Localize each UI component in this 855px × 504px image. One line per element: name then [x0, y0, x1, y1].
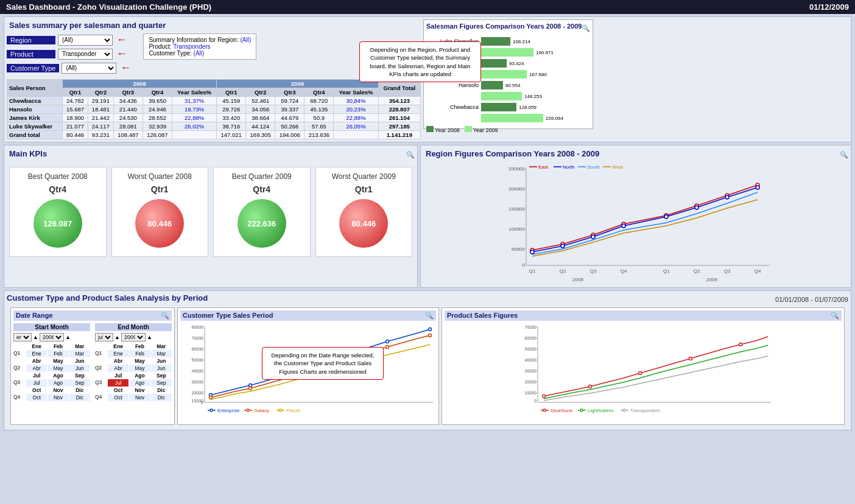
customer-select[interactable]: (All) Enterprise Galaxy Planet	[62, 63, 116, 74]
bar-2009-value: 167.680	[529, 72, 547, 77]
end-year-select[interactable]: 20092008	[121, 333, 146, 341]
start-cal-nov[interactable]: Nov	[47, 394, 68, 401]
customer-panel-title: Customer Type Sales Period 🔍	[180, 310, 436, 321]
svg-text:30000: 30000	[525, 369, 537, 373]
filters-panel: Region (All) East North South West ← Pro…	[7, 33, 131, 75]
sum-product-label: Product:	[149, 43, 171, 50]
start-cal-sep[interactable]: Sep	[69, 379, 90, 387]
comparison-bar-row-2009: 190.971	[426, 48, 590, 57]
comparison-bar-row: Hansolo 80.554	[426, 81, 590, 89]
svg-text:Transponders: Transponders	[630, 408, 660, 413]
svg-point-98	[580, 409, 583, 411]
svg-text:150000: 150000	[508, 206, 525, 212]
end-cal-nov[interactable]: Nov	[129, 394, 150, 401]
svg-point-95	[543, 409, 546, 411]
bar-container-2009: 148.253	[481, 92, 542, 100]
end-cal-jun[interactable]: Jun	[151, 365, 172, 372]
customer-type-icon[interactable]: 🔍	[425, 312, 434, 320]
col-q3-08: Qtr3	[113, 88, 142, 97]
svg-text:Q4: Q4	[755, 268, 761, 274]
summary-box: Summary Information for Region: (All) Pr…	[143, 33, 256, 60]
start-cal-jul[interactable]: Jul	[26, 379, 47, 387]
start-cal-oct[interactable]: Oct	[26, 394, 47, 401]
col-q4-09: Qtr4	[304, 88, 334, 97]
bar-2009	[481, 48, 533, 57]
svg-point-101	[623, 409, 625, 411]
comparison-title: Salesman Figures Comparison Years 2008 -…	[426, 23, 582, 30]
end-month-label: End Month	[95, 323, 172, 331]
end-cal-abr[interactable]: Abr	[108, 365, 128, 372]
bar-container: 106.214	[481, 37, 530, 46]
start-year-select[interactable]: 20082009	[40, 333, 64, 341]
bar-label: Luke Skywalker	[426, 38, 481, 44]
region-icon[interactable]: 🔍	[840, 151, 848, 159]
start-cal-abr[interactable]: Abr	[26, 365, 47, 372]
comparison-panel: Salesman Figures Comparison Years 2008 -…	[423, 19, 593, 129]
customer-type-chart: 80000 70000 60000 50000 40000 30000 2000…	[180, 323, 436, 421]
svg-text:Q1: Q1	[663, 268, 670, 274]
end-cal-may[interactable]: May	[129, 365, 150, 372]
svg-point-62	[386, 340, 389, 343]
start-cal-jun[interactable]: Jun	[69, 365, 90, 372]
product-filter-row: Product Transponder (All) GlueGuns Light…	[7, 47, 131, 60]
product-sales-icon[interactable]: 🔍	[831, 312, 839, 320]
header-date: 01/12/2009	[809, 2, 849, 12]
kpi-card-title: Best Quarter 2008	[15, 172, 101, 181]
svg-point-74	[247, 409, 249, 411]
start-cal-may[interactable]: May	[47, 365, 68, 372]
product-label: Product	[7, 50, 55, 58]
svg-text:10000: 10000	[525, 391, 537, 395]
svg-text:LightSabres: LightSabres	[588, 408, 614, 413]
region-select[interactable]: (All) East North South West	[58, 35, 113, 46]
kpi-circle: 80.446	[339, 199, 388, 248]
comparison-icon[interactable]: 🔍	[582, 24, 590, 32]
end-cal-sep[interactable]: Sep	[151, 379, 172, 387]
end-month-select[interactable]: julago	[95, 333, 113, 341]
table-row: Chewbacca 24.78229.19134.43639.650 31,37…	[7, 97, 421, 105]
col-pct-08: Year Sales%	[172, 88, 216, 97]
start-calendar: EneFebMar Q1 Ene Feb Mar AbrMayJun Q2 Ab…	[13, 343, 90, 401]
bar-2008-value: 80.554	[505, 83, 520, 88]
svg-text:60000: 60000	[525, 336, 537, 340]
svg-point-69	[429, 334, 432, 337]
svg-text:200000: 200000	[508, 186, 525, 192]
calendar-grids: EneFebMar Q1 Ene Feb Mar AbrMayJun Q2 Ab…	[13, 343, 172, 401]
col-sales-person: Sales Person	[7, 80, 63, 97]
kpis-icon[interactable]: 🔍	[406, 151, 415, 159]
product-select[interactable]: Transponder (All) GlueGuns LightSabres	[58, 49, 113, 60]
end-cal-dic[interactable]: Dic	[151, 394, 172, 401]
customer-filter-row: Customer Type (All) Enterprise Galaxy Pl…	[7, 61, 131, 74]
comparison-bar-row: Luke Skywalker 106.214	[426, 37, 590, 46]
svg-text:Q2: Q2	[560, 268, 566, 274]
end-cal-oct[interactable]: Oct	[108, 394, 128, 401]
sum-customer-value: (All)	[194, 50, 205, 57]
svg-point-89	[543, 395, 546, 398]
bar-2009-value: 226.064	[546, 116, 563, 121]
svg-point-28	[756, 186, 759, 189]
start-cal-dic[interactable]: Dic	[69, 394, 90, 401]
svg-point-66	[295, 374, 298, 377]
end-cal-mar[interactable]: Mar	[151, 350, 172, 357]
end-cal-ene[interactable]: Ene	[108, 350, 128, 357]
comparison-bar-row-2009: 167.680	[426, 70, 590, 79]
end-cal-ago[interactable]: Ago	[129, 379, 150, 387]
legend-2008: Year 2008	[435, 127, 460, 133]
start-month-select[interactable]: enefebmar	[13, 333, 32, 341]
svg-point-26	[695, 206, 698, 209]
start-cal-mar[interactable]: Mar	[69, 350, 90, 357]
col-q2-08: Qtr2	[88, 88, 113, 97]
start-cal-ago[interactable]: Ago	[47, 379, 68, 387]
svg-text:2009: 2009	[706, 277, 717, 282]
kpi-circle: 222.636	[237, 199, 286, 248]
product-sales-title: Product Sales Figures 🔍	[445, 310, 842, 321]
end-cal-jul-selected[interactable]: Jul	[108, 379, 128, 387]
col-q3-09: Qtr3	[275, 88, 304, 97]
end-cal-feb[interactable]: Feb	[129, 350, 150, 357]
date-range-icon[interactable]: 🔍	[161, 312, 169, 320]
kpi-card: Best Quarter 2009 Qtr4 222.636	[213, 167, 311, 257]
sum-customer-label: Customer Type:	[149, 50, 191, 57]
sales-summary-title: Sales summary per salesman and quarter	[7, 19, 421, 31]
start-cal-feb[interactable]: Feb	[47, 350, 68, 357]
region-chart-svg: 250000 200000 150000 100000 50000 0	[423, 162, 848, 284]
start-cal-ene[interactable]: Ene	[26, 350, 47, 357]
